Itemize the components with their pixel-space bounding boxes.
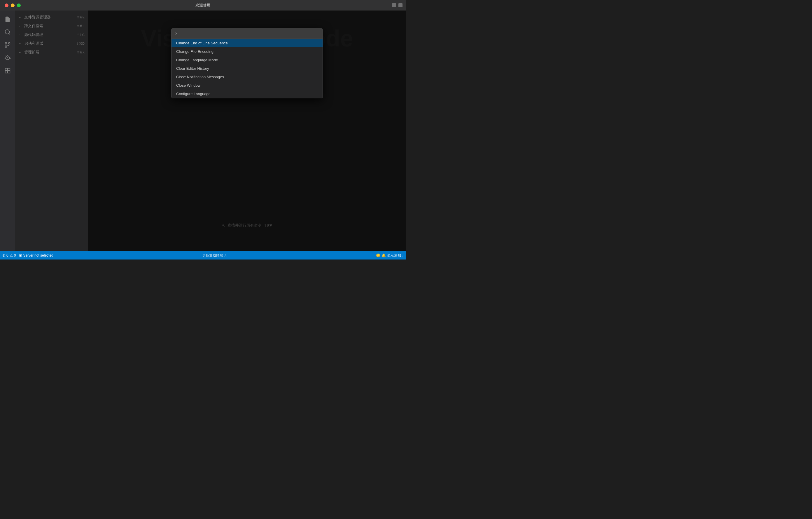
command-item-eol[interactable]: Change End of Line Sequence [172,39,323,47]
command-item-encoding-label: Change File Encoding [176,49,213,54]
extensions-icon[interactable] [2,65,13,77]
sidebar-item-debug[interactable]: ← 启动和调试 ⇧⌘D [15,39,88,48]
command-item-configure-language[interactable]: Configure Language [172,90,323,98]
sidebar-item-scm-shortcut: ⌃⇧G [77,33,85,37]
debug-icon[interactable] [2,52,13,64]
svg-point-3 [8,43,10,44]
sidebar-item-search[interactable]: ← 跨文件搜索 ⇧⌘F [15,22,88,30]
toggle-terminal-label: 切换集成终端 ∧ [202,253,227,258]
warning-icon: ⚠ [10,253,13,257]
sidebar-item-search-label: 跨文件搜索 [24,23,43,29]
svg-rect-13 [5,68,7,70]
search-icon[interactable] [2,26,13,38]
sidebar-item-files-label: 文件资源管理器 [24,15,51,20]
sidebar-item-search-shortcut: ⇧⌘F [77,24,85,28]
status-bar-right: 😊 🔔 显示通知 ↓ [376,253,404,258]
command-palette: Change End of Line Sequence Change File … [171,28,323,99]
svg-line-1 [9,33,10,34]
svg-point-5 [7,57,8,58]
sidebar-item-debug-label: 启动和调试 [24,41,43,46]
settings-icon[interactable] [392,3,396,7]
errors-count[interactable]: ⊗ 0 ⚠ 0 [2,253,16,257]
svg-line-9 [5,56,6,56]
hint-arrow-icon: ↖ [222,223,225,228]
svg-rect-15 [5,71,7,73]
arrow-icon: ← [19,24,22,28]
notifications-label: 😊 [376,253,380,257]
title-bar: 欢迎使用 [0,0,406,10]
command-palette-overlay[interactable]: Change End of Line Sequence Change File … [88,10,406,251]
command-input-wrapper [172,28,323,39]
warnings-label: 0 [14,253,16,257]
command-item-close-window[interactable]: Close Window [172,81,323,90]
command-item-clear-history-label: Clear Editor History [176,66,209,71]
sidebar-item-debug-shortcut: ⇧⌘D [77,42,85,46]
svg-rect-14 [8,68,10,70]
files-icon[interactable] [2,13,13,25]
close-button[interactable] [5,3,8,7]
sidebar-item-scm-label: 源代码管理 [24,32,43,37]
notifications-text: 显示通知 ↓ [387,253,404,258]
server-status[interactable]: ▣ Server not selected [19,253,53,257]
status-bar-left: ⊗ 0 ⚠ 0 ▣ Server not selected [2,253,53,257]
command-item-close-notifications-label: Close Notification Messages [176,75,224,79]
toggle-terminal[interactable]: 切换集成终端 ∧ [202,253,227,258]
find-run-label: 查找并运行所有命令 [228,223,262,228]
editor-area: Visual Studio Code 开始 新建文件 打开文件夹 克隆Git仓库… [88,10,406,251]
sidebar-item-extensions[interactable]: ← 管理扩展 ⇧⌘X [15,48,88,57]
sidebar-item-files-shortcut: ⇧⌘E [77,16,85,19]
command-item-clear-history[interactable]: Clear Editor History [172,64,323,73]
svg-point-0 [5,30,10,34]
layout-icon[interactable] [399,3,403,7]
app-body: ← 文件资源管理器 ⇧⌘E ← 跨文件搜索 ⇧⌘F ← 源代码管理 ⌃⇧G ← … [0,10,406,251]
command-item-close-window-label: Close Window [176,83,200,88]
bell-icon: 🔔 [381,253,386,257]
arrow-icon: ← [19,42,22,45]
svg-point-2 [5,43,7,44]
svg-line-10 [8,56,9,56]
command-item-language-mode[interactable]: Change Language Mode [172,56,323,64]
status-bar: ⊗ 0 ⚠ 0 ▣ Server not selected 切换集成终端 ∧ 😊… [0,251,406,260]
svg-point-4 [5,46,7,48]
sidebar: ← 文件资源管理器 ⇧⌘E ← 跨文件搜索 ⇧⌘F ← 源代码管理 ⌃⇧G ← … [15,10,88,251]
arrow-icon: ← [19,33,22,36]
minimize-button[interactable] [11,3,14,7]
svg-rect-16 [8,71,10,73]
status-bar-center: 切换集成终端 ∧ [57,253,373,258]
command-item-close-notifications[interactable]: Close Notification Messages [172,73,323,81]
command-item-encoding[interactable]: Change File Encoding [172,47,323,56]
arrow-icon: ← [19,16,22,19]
title-bar-icons [392,3,403,7]
sidebar-item-scm[interactable]: ← 源代码管理 ⌃⇧G [15,30,88,39]
arrow-icon: ← [19,51,22,54]
command-item-configure-language-label: Configure Language [176,92,210,96]
source-control-icon[interactable] [2,39,13,51]
sidebar-item-files[interactable]: ← 文件资源管理器 ⇧⌘E [15,13,88,22]
window-title: 欢迎使用 [196,3,210,8]
maximize-button[interactable] [17,3,21,7]
find-run-shortcut: ⇧⌘P [264,224,272,227]
errors-label: 0 [6,253,8,257]
error-icon: ⊗ [2,253,5,257]
notifications[interactable]: 😊 🔔 显示通知 ↓ [376,253,404,258]
sidebar-item-extensions-shortcut: ⇧⌘X [77,51,85,54]
find-run-hint: ↖ 查找并运行所有命令 ⇧⌘P [222,223,272,228]
command-list: Change End of Line Sequence Change File … [172,39,323,98]
activity-bar [0,10,15,251]
command-input[interactable] [175,28,319,38]
server-label: Server not selected [23,253,53,257]
server-icon: ▣ [19,253,22,257]
command-item-language-mode-label: Change Language Mode [176,58,218,62]
command-item-eol-label: Change End of Line Sequence [176,41,228,45]
sidebar-item-extensions-label: 管理扩展 [24,50,39,55]
traffic-lights [5,3,21,7]
